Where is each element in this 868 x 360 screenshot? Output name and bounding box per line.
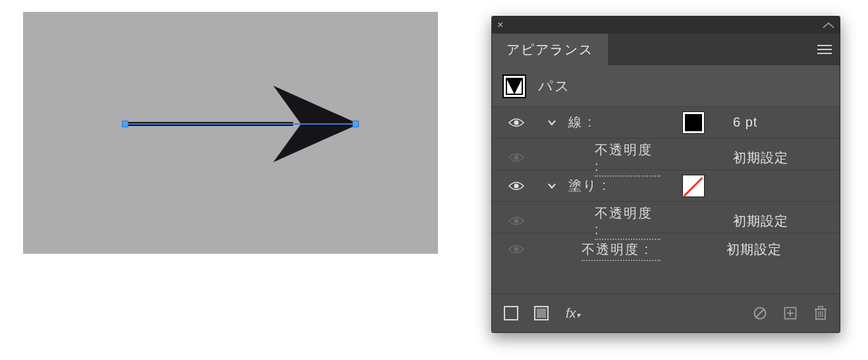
object-label: パス [538,76,571,96]
svg-point-3 [514,120,519,125]
tab-appearance[interactable]: アピアランス [492,34,608,65]
svg-point-5 [514,183,519,188]
visibility-toggle[interactable] [497,216,535,226]
expand-toggle[interactable] [535,118,568,127]
opacity-label[interactable]: 不透明度 : [595,138,661,177]
eye-icon [508,181,524,191]
opacity-value: 初期設定 [726,149,829,167]
panel-footer: fx▾ [492,294,840,332]
anchor-point[interactable] [122,121,128,127]
close-icon[interactable]: × [497,20,503,30]
delete-button[interactable] [811,303,830,323]
fill-row[interactable]: 塗り : [492,170,840,202]
eye-icon [508,152,524,163]
svg-rect-2 [817,53,832,54]
svg-rect-15 [819,307,823,309]
panel-tab-bar: アピアランス [492,34,840,65]
stroke-weight[interactable]: 6 pt [726,115,829,130]
panel-titlebar: × [492,16,840,34]
svg-point-6 [514,219,519,224]
visibility-toggle[interactable] [497,244,535,255]
overall-opacity-row[interactable]: 不透明度 : 初期設定 [492,233,840,265]
hamburger-icon [817,45,832,54]
anchor-point[interactable] [352,121,359,127]
svg-point-7 [514,247,519,252]
appearance-panel: × アピアランス パス 線 : 6 pt [491,16,840,333]
svg-rect-1 [817,49,832,50]
fill-opacity-row[interactable]: 不透明度 : 初期設定 [492,202,840,233]
fill-swatch-icon [534,306,549,320]
object-header: パス [492,65,840,107]
stroke-row[interactable]: 線 : 6 pt [492,107,840,138]
canvas-artboard[interactable] [23,12,438,254]
selected-path[interactable] [125,124,362,125]
add-effect-button[interactable]: fx▾ [566,306,580,321]
stroke-swatch[interactable] [683,112,704,133]
plus-square-icon [783,306,798,320]
opacity-label[interactable]: 不透明度 : [595,202,661,240]
trash-icon [813,305,828,321]
none-slash-icon [684,177,703,196]
visibility-toggle[interactable] [497,152,535,163]
visibility-toggle[interactable] [497,117,535,128]
new-stroke-button[interactable] [501,303,521,323]
stroke-label: 線 : [568,113,661,131]
tab-label: アピアランス [506,41,593,59]
clear-appearance-button[interactable] [750,303,770,323]
svg-point-4 [514,156,519,160]
opacity-label[interactable]: 不透明度 : [582,238,661,261]
panel-menu-button[interactable] [809,34,840,65]
stroke-opacity-row[interactable]: 不透明度 : 初期設定 [492,138,840,170]
duplicate-button[interactable] [780,303,800,323]
svg-line-9 [756,309,764,317]
new-fill-button[interactable] [531,303,551,323]
object-thumbnail [502,75,526,98]
eye-icon [508,117,524,128]
svg-rect-0 [817,45,832,46]
clear-icon [753,306,767,320]
eye-icon [508,216,524,226]
opacity-value: 初期設定 [726,212,829,230]
visibility-toggle[interactable] [497,181,535,191]
opacity-value: 初期設定 [726,241,829,258]
selection-outline [125,123,356,125]
expand-toggle[interactable] [535,181,568,191]
chevron-down-icon [547,181,556,191]
chevron-down-icon [547,118,556,127]
collapse-icon[interactable] [823,20,834,30]
fill-swatch[interactable] [683,175,704,196]
eye-icon [508,244,524,255]
fill-label: 塗り : [568,177,661,195]
stroke-swatch-icon [504,306,518,320]
